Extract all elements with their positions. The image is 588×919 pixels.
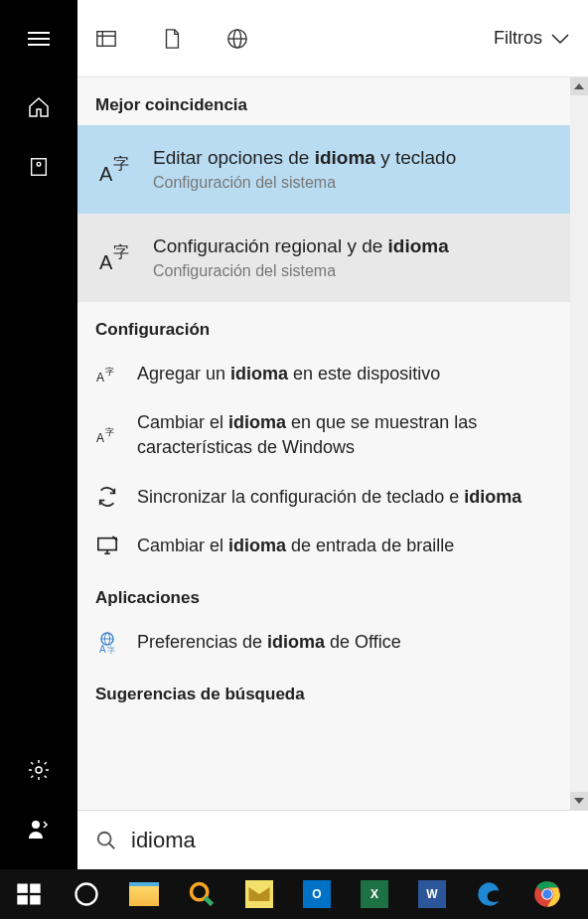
language-icon: A 字: [95, 149, 135, 189]
svg-rect-18: [98, 538, 116, 550]
svg-point-26: [98, 832, 111, 844]
result-title: Cambiar el idioma en que se muestran las…: [137, 410, 552, 460]
chrome-button[interactable]: [518, 869, 576, 919]
office-language-icon: A 字: [95, 631, 119, 655]
svg-text:字: 字: [105, 427, 114, 437]
svg-point-32: [76, 884, 97, 905]
magnifier-orange-icon: [188, 880, 216, 908]
svg-line-27: [109, 842, 115, 848]
scroll-down-arrow[interactable]: [570, 792, 588, 810]
edge-button[interactable]: [461, 869, 518, 919]
svg-rect-31: [30, 895, 40, 904]
svg-rect-4: [97, 31, 115, 46]
scroll-up-arrow[interactable]: [570, 77, 588, 95]
result-subtitle: Configuración del sistema: [153, 260, 449, 282]
search-everything-button[interactable]: [173, 869, 230, 919]
windows-logo-icon: [15, 880, 43, 908]
svg-text:A: A: [96, 432, 104, 446]
svg-text:字: 字: [113, 155, 129, 172]
svg-line-34: [206, 898, 213, 905]
svg-point-3: [32, 821, 40, 829]
section-settings: Configuración: [77, 302, 570, 350]
word-icon: W: [418, 880, 446, 908]
results-scroll-area: Mejor coincidencia A 字 Editar opciones d…: [77, 77, 588, 810]
section-search-suggestions: Sugerencias de búsqueda: [77, 667, 570, 714]
cortana-circle-icon: [73, 880, 100, 908]
svg-rect-30: [17, 895, 27, 904]
result-title: Configuración regional y de idioma: [153, 233, 449, 260]
language-icon: A 字: [95, 237, 135, 277]
notebook-button[interactable]: [0, 137, 77, 197]
cortana-left-rail: [0, 0, 77, 869]
outlook-button[interactable]: O: [288, 869, 346, 919]
svg-rect-28: [17, 884, 27, 893]
svg-text:A: A: [96, 371, 104, 384]
excel-button[interactable]: X: [346, 869, 403, 919]
excel-icon: X: [361, 880, 388, 908]
file-explorer-button[interactable]: [115, 869, 173, 919]
result-title: Preferencias de idioma de Office: [137, 630, 401, 655]
folder-open-icon: [245, 880, 273, 908]
chrome-icon: [533, 880, 561, 908]
home-button[interactable]: [0, 77, 77, 137]
display-icon: [95, 534, 119, 557]
outlook-icon: O: [303, 880, 331, 908]
menu-button[interactable]: [0, 0, 77, 77]
web-scope-icon[interactable]: [226, 28, 248, 50]
feedback-button[interactable]: [0, 800, 77, 859]
mail-button[interactable]: [230, 869, 288, 919]
scrollbar[interactable]: [570, 77, 588, 810]
svg-text:A: A: [99, 251, 113, 273]
svg-point-37: [542, 889, 551, 898]
best-match-item-1[interactable]: A 字 Editar opciones de idioma y teclado …: [77, 125, 570, 214]
folder-icon: [129, 882, 159, 906]
svg-text:A: A: [99, 644, 106, 655]
cortana-button[interactable]: [58, 869, 115, 919]
settings-button[interactable]: [0, 740, 77, 800]
settings-item-3[interactable]: Sincronizar la configuración de teclado …: [77, 473, 570, 522]
edge-icon: [476, 880, 504, 908]
filters-label: Filtros: [494, 28, 542, 49]
result-title: Agregar un idioma en este dispositivo: [137, 362, 440, 386]
section-best-match: Mejor coincidencia: [77, 77, 570, 125]
language-icon: A字: [95, 363, 119, 386]
gear-icon: [27, 758, 51, 782]
svg-text:A: A: [99, 163, 113, 185]
result-subtitle: Configuración del sistema: [153, 172, 456, 194]
settings-item-4[interactable]: Cambiar el idioma de entrada de braille: [77, 522, 570, 570]
result-title: Sincronizar la configuración de teclado …: [137, 485, 521, 510]
svg-rect-29: [30, 884, 40, 893]
svg-point-1: [37, 162, 41, 166]
settings-item-2[interactable]: A字 Cambiar el idioma en que se muestran …: [77, 398, 570, 472]
taskbar: O X W: [0, 869, 588, 919]
hamburger-icon: [28, 32, 50, 46]
word-button[interactable]: W: [403, 869, 461, 919]
search-input[interactable]: [131, 828, 570, 853]
language-icon: A字: [95, 423, 119, 447]
apps-scope-icon[interactable]: [95, 28, 117, 50]
settings-item-1[interactable]: A字 Agregar un idioma en este dispositivo: [77, 350, 570, 398]
svg-rect-0: [32, 159, 47, 176]
home-icon: [27, 95, 51, 119]
start-button[interactable]: [0, 869, 58, 919]
person-icon: [27, 818, 51, 842]
section-apps: Aplicaciones: [77, 570, 570, 618]
documents-scope-icon[interactable]: [161, 28, 183, 50]
search-results-panel: Filtros Mejor coincidencia A 字: [77, 0, 588, 869]
apps-item-1[interactable]: A 字 Preferencias de idioma de Office: [77, 618, 570, 667]
best-match-item-2[interactable]: A 字 Configuración regional y de idioma C…: [77, 214, 570, 302]
svg-text:字: 字: [107, 646, 115, 655]
panel-header: Filtros: [77, 0, 588, 77]
sync-icon: [95, 485, 119, 509]
result-title: Editar opciones de idioma y teclado: [153, 145, 456, 172]
svg-point-2: [36, 767, 42, 773]
chevron-down-icon: [550, 33, 570, 45]
search-box: [77, 810, 588, 869]
search-icon: [95, 830, 117, 851]
filters-dropdown[interactable]: Filtros: [494, 28, 570, 49]
svg-text:字: 字: [105, 367, 114, 377]
notebook-icon: [28, 156, 50, 178]
result-title: Cambiar el idioma de entrada de braille: [137, 534, 454, 558]
svg-point-33: [192, 884, 208, 900]
svg-text:字: 字: [113, 243, 129, 260]
